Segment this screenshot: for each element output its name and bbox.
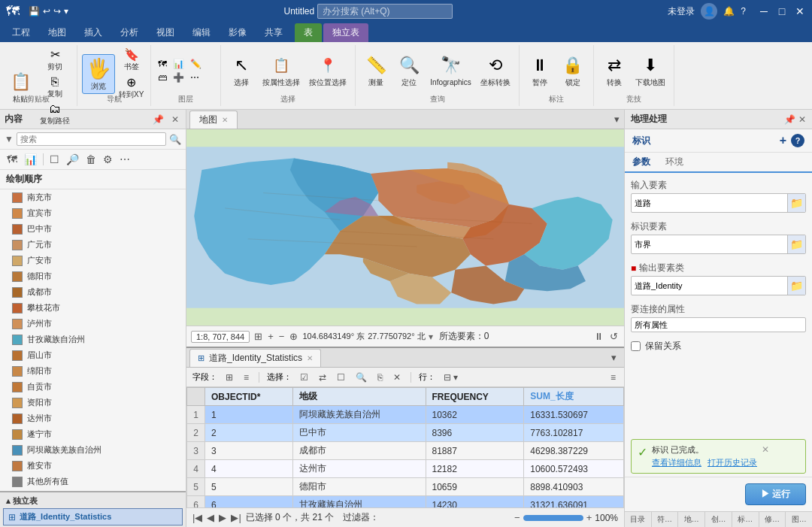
list-item[interactable]: 遂宁市: [0, 426, 186, 442]
list-item[interactable]: 攀枝花市: [0, 300, 186, 316]
table-view-tab[interactable]: ⊞ 道路_Identity_Statistics ✕: [189, 349, 321, 367]
join-attr-select[interactable]: 所有属性: [631, 317, 806, 332]
input-features-select[interactable]: 道路 📁: [631, 193, 806, 213]
preserve-checkbox[interactable]: [631, 341, 641, 351]
list-item[interactable]: 南充市: [0, 189, 186, 205]
run-button[interactable]: ▶ 运行: [745, 483, 806, 505]
list-item[interactable]: 广元市: [0, 237, 186, 253]
tab-insert[interactable]: 插入: [75, 23, 111, 42]
measure-button[interactable]: 📏 测量: [360, 51, 392, 89]
last-page-btn[interactable]: ▶|: [231, 512, 241, 523]
tab-analysis[interactable]: 分析: [111, 23, 147, 42]
first-page-btn[interactable]: |◀: [192, 512, 202, 523]
tab-map[interactable]: 地图: [39, 23, 75, 42]
clear-sel-btn[interactable]: ☐: [335, 371, 347, 383]
cut-button[interactable]: ✂ 剪切: [38, 47, 72, 73]
join-attr-dropdown[interactable]: 所有属性: [632, 318, 805, 332]
table-tab-close[interactable]: ✕: [307, 354, 313, 362]
select-by-location-button[interactable]: 📍 按位置选择: [305, 51, 350, 89]
field-props-btn[interactable]: ≡: [241, 371, 251, 383]
prev-page-btn[interactable]: ◀: [207, 512, 214, 523]
download-map-button[interactable]: ⬇ 下载地图: [632, 51, 669, 89]
map-panel-dropdown[interactable]: ▾: [614, 114, 624, 125]
zoom-sel-btn[interactable]: 🔍: [353, 371, 369, 383]
undo-icon[interactable]: ↩: [43, 6, 50, 17]
tab-share[interactable]: 共享: [256, 23, 292, 42]
zoom-to-layer-icon[interactable]: 🔎: [64, 152, 81, 167]
tab-standalone[interactable]: 独立表: [323, 23, 368, 42]
geo-bottom-tab-catalog[interactable]: 目录: [625, 512, 652, 527]
list-item[interactable]: 自贡市: [0, 379, 186, 395]
list-item[interactable]: 成都市: [0, 284, 186, 300]
table-row[interactable]: 6 6 甘孜藏族自治州 14230 31321.636091: [187, 496, 624, 508]
geo-bottom-tab-sym[interactable]: 符…: [652, 512, 679, 527]
redo-icon[interactable]: ↪: [53, 6, 61, 17]
zoom-out-tbl[interactable]: −: [514, 512, 520, 523]
win-minimize[interactable]: ─: [758, 5, 770, 17]
layer-btn3[interactable]: ✏️: [188, 58, 204, 70]
input-features-folder-btn[interactable]: 📁: [787, 194, 805, 212]
open-history-link[interactable]: 打开历史记录: [707, 457, 757, 468]
add-to-favorites-icon[interactable]: +: [780, 134, 786, 147]
geo-bottom-tab-create[interactable]: 创…: [705, 512, 732, 527]
identity-features-select[interactable]: 市界 📁: [631, 235, 806, 254]
row-options-btn[interactable]: ⊟ ▾: [441, 371, 460, 383]
input-features-dropdown[interactable]: 道路: [632, 196, 787, 210]
switch-sel-btn[interactable]: ⇄: [317, 371, 329, 383]
bookmark-button[interactable]: 🔖 书签: [117, 47, 146, 73]
geo-tab-env[interactable]: 环境: [664, 153, 685, 173]
output-features-folder-btn[interactable]: 📁: [787, 277, 805, 295]
select-button[interactable]: ↖ 选择: [226, 51, 257, 89]
copy-sel-btn[interactable]: ⎘: [375, 371, 385, 383]
add-data-icon[interactable]: 📊: [22, 152, 39, 167]
layer-btn5[interactable]: ➕: [171, 71, 186, 83]
tab-edit[interactable]: 编辑: [183, 23, 220, 42]
geo-bottom-tab-chart[interactable]: 图…: [786, 512, 812, 527]
pan-btn[interactable]: ⊕: [288, 329, 299, 344]
list-item[interactable]: 宜宾市: [0, 205, 186, 221]
convert-button[interactable]: ⇄ 转换: [598, 51, 630, 89]
table-row[interactable]: 4 4 达州市 12182 10600.572493: [187, 460, 624, 478]
list-item[interactable]: 绵阳市: [0, 363, 186, 379]
zoom-extent-btn[interactable]: ⊞: [253, 329, 264, 344]
table-row[interactable]: 5 5 德阳市 10659 8898.410903: [187, 478, 624, 496]
tab-view[interactable]: 视图: [147, 23, 183, 42]
list-item[interactable]: 广安市: [0, 253, 186, 268]
win-close[interactable]: ✕: [794, 5, 806, 17]
geo-bottom-tab-geo[interactable]: 地…: [678, 512, 705, 527]
layer-btn4[interactable]: 🗃: [156, 71, 169, 83]
layer-btn6[interactable]: ⋯: [188, 71, 201, 83]
status-close-btn[interactable]: ✕: [762, 444, 769, 455]
geo-pin-btn[interactable]: 📌: [784, 114, 795, 125]
geo-close-btn[interactable]: ✕: [798, 114, 806, 125]
map-view-tab[interactable]: 地图 ✕: [189, 111, 238, 129]
tab-table[interactable]: 表: [295, 23, 322, 42]
objectid-header[interactable]: OBJECTID*: [205, 388, 293, 406]
notification-icon[interactable]: 🔔: [723, 6, 735, 17]
copy-path-button[interactable]: 🗂 复制路径: [38, 101, 72, 127]
coord-transform-button[interactable]: ⟲ 坐标转换: [477, 51, 514, 89]
zoom-out-btn[interactable]: −: [277, 329, 286, 344]
layer-properties-icon[interactable]: ⚙: [101, 152, 115, 167]
list-item[interactable]: 眉山市: [0, 347, 186, 363]
contents-close-button[interactable]: ✕: [169, 114, 181, 126]
pin-button[interactable]: 📌: [150, 114, 166, 126]
table-row[interactable]: 3 3 成都市 81887 46298.387229: [187, 442, 624, 460]
output-features-input[interactable]: [632, 279, 787, 292]
table-panel-dropdown[interactable]: ▾: [611, 352, 621, 363]
list-item[interactable]: 达州市: [0, 410, 186, 426]
list-item[interactable]: 雅安市: [0, 458, 186, 474]
infographics-button[interactable]: 🔭 Infographics: [426, 51, 474, 89]
add-layer-icon[interactable]: 🗺: [5, 152, 20, 167]
avatar[interactable]: 👤: [701, 3, 717, 20]
zoom-in-tbl[interactable]: +: [586, 512, 592, 523]
pause-render-btn[interactable]: ⏸: [592, 329, 605, 344]
output-features-select[interactable]: 📁: [631, 276, 806, 295]
list-item[interactable]: 资阳市: [0, 395, 186, 410]
map-view[interactable]: [186, 129, 624, 326]
pause-label-button[interactable]: ⏸ 暂停: [524, 51, 556, 89]
zoom-slider[interactable]: [523, 515, 583, 521]
tab-imagery[interactable]: 影像: [220, 23, 256, 42]
layer-btn2[interactable]: 📊: [171, 58, 186, 70]
table-content[interactable]: OBJECTID* 地级 FREQUENCY SUM_长度 1 1 阿坝藏族羌族…: [186, 387, 624, 507]
